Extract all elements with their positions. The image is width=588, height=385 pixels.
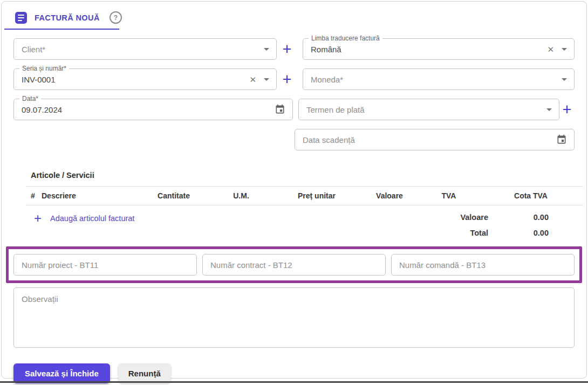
invoice-date-label: Data* xyxy=(19,95,41,102)
save-and-close-button[interactable]: Salvează și Închide xyxy=(13,363,110,383)
add-payment-term-button[interactable]: + xyxy=(559,102,575,118)
invoice-language-select[interactable]: Limba traducere factură ✕ xyxy=(303,38,575,60)
col-unit-price: Preț unitar xyxy=(274,191,360,200)
contract-number-field[interactable] xyxy=(202,254,386,276)
tab-active-underline xyxy=(4,29,119,30)
invoice-date-input[interactable] xyxy=(14,105,275,114)
order-number-input[interactable] xyxy=(392,260,574,270)
due-date-input[interactable] xyxy=(295,135,556,145)
items-section-title: Articole / Servicii xyxy=(31,171,575,180)
notes-section xyxy=(13,287,575,350)
calendar-icon[interactable] xyxy=(275,104,285,115)
client-input[interactable] xyxy=(14,45,264,54)
total-value: 0.00 xyxy=(488,229,549,237)
totals-block: Valoare 0.00 Total 0.00 xyxy=(460,213,549,237)
clear-icon[interactable]: ✕ xyxy=(249,75,256,84)
series-number-select[interactable]: Seria și număr* ✕ xyxy=(13,68,277,90)
tab-label: FACTURĂ NOUĂ xyxy=(35,13,100,22)
invoice-language-input[interactable] xyxy=(303,45,547,54)
form-actions: Salvează și Închide Renunță xyxy=(13,363,575,383)
invoice-language-label: Limba traducere factură xyxy=(309,35,382,42)
items-table-header: # Descriere Cantitate U.M. Preț unitar V… xyxy=(25,187,583,205)
col-value: Valoare xyxy=(360,191,419,200)
order-number-field[interactable] xyxy=(391,254,575,276)
chevron-down-icon[interactable] xyxy=(546,108,552,111)
add-invoice-item-button[interactable]: + Adaugă articolul facturat xyxy=(34,213,134,237)
chevron-down-icon[interactable] xyxy=(562,78,567,81)
col-vat-rate: Cota TVA xyxy=(478,191,583,200)
chevron-down-icon[interactable] xyxy=(264,78,269,81)
bt-fields-highlight-box xyxy=(6,246,582,283)
payment-term-select[interactable] xyxy=(298,99,559,120)
add-client-button[interactable]: + xyxy=(277,42,297,57)
project-number-input[interactable] xyxy=(14,260,196,270)
col-vat: TVA xyxy=(419,191,478,200)
client-select[interactable] xyxy=(13,38,277,60)
plus-icon: + xyxy=(34,213,42,224)
series-number-label: Seria și număr* xyxy=(19,65,69,72)
window-bottom-edge xyxy=(0,381,588,383)
currency-input[interactable] xyxy=(303,75,562,84)
new-invoice-form: FACTURĂ NOUĂ ? + Limba traducere factură… xyxy=(1,1,587,379)
col-description: Descriere xyxy=(42,191,139,200)
payment-term-input[interactable] xyxy=(299,105,546,114)
invoice-date-field[interactable]: Data* xyxy=(13,99,293,120)
currency-select[interactable] xyxy=(303,68,575,90)
add-series-button[interactable]: + xyxy=(277,72,297,87)
chevron-down-icon[interactable] xyxy=(264,48,269,51)
project-number-field[interactable] xyxy=(13,254,197,276)
cancel-button[interactable]: Renunță xyxy=(118,363,171,383)
contract-number-input[interactable] xyxy=(203,260,385,270)
notes-textarea[interactable] xyxy=(13,287,575,348)
invoice-document-icon xyxy=(15,12,27,24)
total-label: Total xyxy=(460,229,488,237)
form-row-1: + Limba traducere factură ✕ xyxy=(13,38,575,60)
help-icon[interactable]: ? xyxy=(110,11,122,24)
col-quantity: Cantitate xyxy=(139,191,209,200)
form-row-3: Data* + xyxy=(13,99,575,120)
items-table: # Descriere Cantitate U.M. Preț unitar V… xyxy=(25,186,583,205)
tab-new-invoice[interactable]: FACTURĂ NOUĂ ? xyxy=(2,10,586,29)
subtotal-label: Valoare xyxy=(460,213,488,222)
form-row-4 xyxy=(13,129,575,150)
form-row-2: Seria și număr* ✕ + xyxy=(13,68,575,90)
col-index: # xyxy=(25,191,42,200)
items-footer: + Adaugă articolul facturat Valoare 0.00… xyxy=(34,213,575,237)
col-unit: U.M. xyxy=(209,191,274,200)
chevron-down-icon[interactable] xyxy=(562,48,567,51)
calendar-icon[interactable] xyxy=(556,134,567,145)
add-invoice-item-label: Adaugă articolul facturat xyxy=(50,213,134,223)
due-date-field[interactable] xyxy=(295,129,575,150)
subtotal-value: 0.00 xyxy=(488,213,549,222)
series-number-input[interactable] xyxy=(14,75,249,84)
clear-icon[interactable]: ✕ xyxy=(547,45,554,53)
